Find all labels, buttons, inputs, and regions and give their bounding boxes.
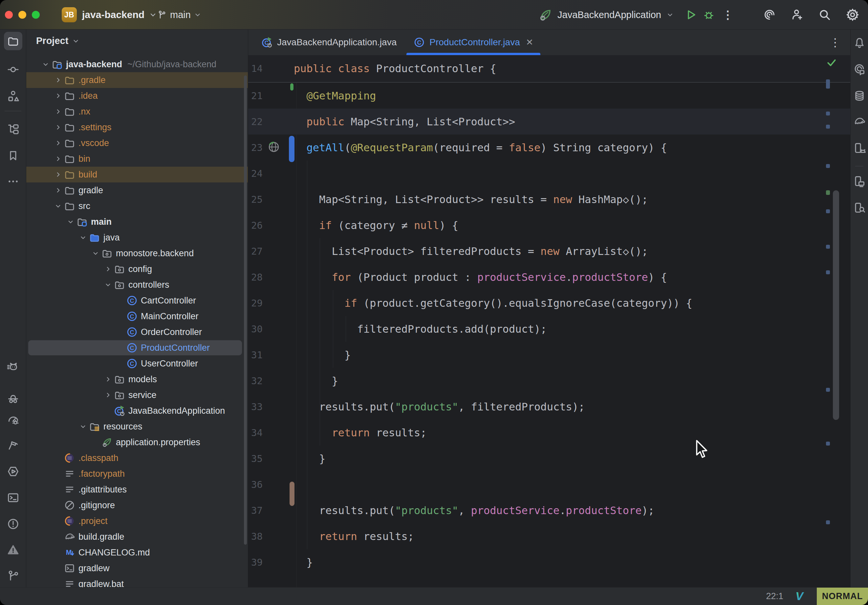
tree-item--vscode[interactable]: .vscode bbox=[26, 135, 248, 151]
code-line-31[interactable]: 31 } bbox=[248, 342, 850, 368]
chevron-down-icon[interactable] bbox=[102, 280, 114, 289]
running-devices-icon[interactable] bbox=[851, 172, 868, 190]
warnings-icon[interactable] bbox=[4, 541, 22, 559]
tree-item-java-backend[interactable]: java-backend~/Github/java-backend bbox=[26, 56, 248, 72]
tree-item-controllers[interactable]: controllers bbox=[26, 277, 248, 292]
tree-item-build-gradle[interactable]: build.gradle bbox=[26, 529, 248, 545]
tree-item-build[interactable]: build bbox=[26, 167, 248, 183]
tree-item-resources[interactable]: resources bbox=[26, 419, 248, 435]
tree-item-gradle[interactable]: gradle bbox=[26, 183, 248, 198]
tree-item--gitignore[interactable]: .gitignore bbox=[26, 497, 248, 513]
chevron-down-icon[interactable] bbox=[40, 60, 51, 68]
commit-icon[interactable] bbox=[4, 60, 22, 79]
tree-item-application-properties[interactable]: application.properties bbox=[26, 435, 248, 450]
tree-item--project[interactable]: .project bbox=[26, 513, 248, 529]
run-configuration[interactable]: JavaBackendApplication ⋮ bbox=[538, 0, 733, 29]
editor-scrollbar[interactable] bbox=[833, 190, 839, 420]
gradle-icon[interactable] bbox=[851, 112, 868, 131]
close-window-button[interactable] bbox=[5, 11, 13, 19]
chevron-down-icon[interactable] bbox=[77, 233, 89, 242]
code-editor[interactable]: 14public class ProductController {21 @Ge… bbox=[248, 55, 850, 587]
git-branch-icon[interactable] bbox=[4, 566, 22, 585]
settings-gear-icon[interactable] bbox=[846, 8, 859, 22]
tree-item--classpath[interactable]: .classpath bbox=[26, 450, 248, 466]
copilot-cat-icon[interactable] bbox=[4, 357, 22, 376]
device-manager-icon[interactable] bbox=[851, 139, 868, 157]
chevron-right-icon[interactable] bbox=[102, 265, 114, 273]
code-line-27[interactable]: 27 List<Product> filteredProducts = new … bbox=[248, 238, 850, 264]
project-folder-icon[interactable] bbox=[4, 32, 22, 50]
chevron-right-icon[interactable] bbox=[52, 170, 64, 179]
tree-item--idea[interactable]: .idea bbox=[26, 88, 248, 104]
chevron-down-icon[interactable] bbox=[90, 249, 101, 258]
tree-item-gradlew[interactable]: gradlew bbox=[26, 560, 248, 576]
services-icon[interactable] bbox=[4, 462, 22, 481]
tree-item-productcontroller[interactable]: CProductController bbox=[26, 340, 248, 356]
tree-item-gradlew-bat[interactable]: gradlew.bat bbox=[26, 576, 248, 587]
tab-productcontroller-java[interactable]: CProductController.java✕ bbox=[405, 29, 542, 55]
ai-assistant-icon[interactable] bbox=[763, 8, 776, 21]
code-line-26[interactable]: 26 if (category ≠ null) { bbox=[248, 212, 850, 238]
chevron-right-icon[interactable] bbox=[52, 139, 64, 147]
tree-item-src[interactable]: src bbox=[26, 198, 248, 214]
tree-item--gitattributes[interactable]: .gitattributes bbox=[26, 482, 248, 497]
bookmarks-icon[interactable] bbox=[4, 146, 22, 165]
chevron-right-icon[interactable] bbox=[52, 186, 64, 195]
chevron-right-icon[interactable] bbox=[52, 76, 64, 84]
zoom-window-button[interactable] bbox=[32, 11, 40, 19]
tree-item-models[interactable]: models bbox=[26, 371, 248, 387]
close-tab-icon[interactable]: ✕ bbox=[526, 37, 533, 48]
tab-javabackendapplication-java[interactable]: CJavaBackendApplication.java bbox=[253, 29, 405, 55]
profiler-icon[interactable] bbox=[4, 411, 22, 429]
tree-item-java[interactable]: java bbox=[26, 230, 248, 245]
code-line-25[interactable]: 25 Map<String, List<Product>> results = … bbox=[248, 186, 850, 212]
project-selector[interactable]: java-backend bbox=[82, 0, 157, 29]
code-line-36[interactable]: 36 bbox=[248, 472, 850, 497]
ai-chat-icon[interactable] bbox=[851, 60, 868, 79]
tree-item-usercontroller[interactable]: CUserController bbox=[26, 356, 248, 371]
tree-item--gradle[interactable]: .gradle bbox=[26, 72, 248, 88]
project-panel-header[interactable]: Project bbox=[36, 36, 79, 46]
tree-item-cartcontroller[interactable]: CCartController bbox=[26, 292, 248, 308]
incognito-icon[interactable] bbox=[4, 389, 22, 407]
code-line-35[interactable]: 35 } bbox=[248, 446, 850, 472]
tree-item-ordercontroller[interactable]: COrderController bbox=[26, 324, 248, 340]
code-line-24[interactable]: 24 bbox=[248, 161, 850, 186]
caret-position-label[interactable]: 22:1 bbox=[766, 591, 783, 601]
tree-item-changelog-md[interactable]: MCHANGELOG.md bbox=[26, 545, 248, 560]
terminal-icon[interactable] bbox=[4, 489, 22, 507]
code-line-34[interactable]: 34 return results; bbox=[248, 419, 850, 446]
chevron-right-icon[interactable] bbox=[52, 91, 64, 100]
device-explorer-icon[interactable] bbox=[851, 198, 868, 217]
code-line-37[interactable]: 37 results.put("products", productServic… bbox=[248, 497, 850, 523]
add-user-icon[interactable] bbox=[790, 8, 804, 21]
tree-item-service[interactable]: service bbox=[26, 387, 248, 403]
endpoint-globe-icon[interactable] bbox=[267, 141, 281, 154]
structure-icon[interactable] bbox=[4, 87, 22, 105]
ideavim-v-icon[interactable]: V bbox=[793, 590, 806, 603]
tree-item--nx[interactable]: .nx bbox=[26, 104, 248, 119]
code-line-33[interactable]: 33 results.put("products", filteredProdu… bbox=[248, 394, 850, 419]
run-icon[interactable] bbox=[685, 9, 697, 21]
code-line-29[interactable]: 29 if (product.getCategory().equalsIgnor… bbox=[248, 290, 850, 316]
vim-mode-badge[interactable]: NORMAL bbox=[817, 588, 868, 605]
code-line-23[interactable]: 23 getAll(@RequestParam(required = false… bbox=[248, 135, 850, 161]
inspections-ok-icon[interactable] bbox=[826, 57, 837, 68]
branch-selector[interactable]: main bbox=[157, 0, 201, 29]
code-line-28[interactable]: 28 for (Product product : productService… bbox=[248, 264, 850, 290]
notifications-bell-icon[interactable] bbox=[851, 34, 868, 52]
code-line-39[interactable]: 39 } bbox=[248, 549, 850, 575]
search-icon[interactable] bbox=[818, 8, 831, 21]
chevron-down-icon[interactable] bbox=[77, 422, 89, 431]
tree-item-main[interactable]: main bbox=[26, 214, 248, 230]
debug-icon[interactable] bbox=[702, 9, 715, 21]
more-tools-icon[interactable] bbox=[4, 172, 22, 190]
chevron-right-icon[interactable] bbox=[102, 391, 114, 399]
build-hammer-icon[interactable] bbox=[4, 436, 22, 454]
tree-item-bin[interactable]: bin bbox=[26, 151, 248, 167]
chevron-right-icon[interactable] bbox=[52, 107, 64, 116]
hierarchy-icon[interactable] bbox=[4, 120, 22, 138]
code-line-30[interactable]: 30 filteredProducts.add(product); bbox=[248, 316, 850, 342]
chevron-down-icon[interactable] bbox=[65, 218, 76, 226]
tree-item--settings[interactable]: .settings bbox=[26, 119, 248, 135]
